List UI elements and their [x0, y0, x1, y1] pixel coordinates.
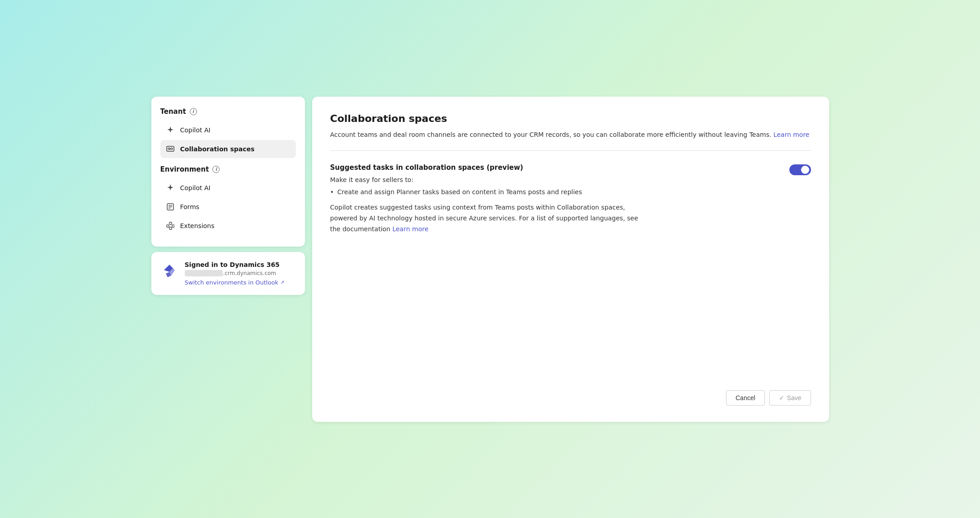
save-button[interactable]: ✓ Save	[769, 390, 811, 406]
signin-info: Signed in to Dynamics 365 ████.crm.dynam…	[185, 261, 296, 286]
tenant-info-icon[interactable]: i	[190, 108, 197, 115]
svg-rect-11	[172, 225, 174, 227]
divider	[330, 150, 811, 151]
nav-card: Tenant i Copilot AI	[151, 97, 305, 247]
feature-content: Suggested tasks in collaboration spaces …	[330, 163, 647, 235]
toggle-thumb	[801, 166, 809, 174]
collaboration-icon	[166, 145, 175, 154]
feature-description-text: Copilot creates suggested tasks using co…	[330, 204, 638, 233]
page-title: Collaboration spaces	[330, 113, 811, 124]
copilot-ai-env-label: Copilot AI	[180, 184, 211, 191]
save-button-label: Save	[787, 394, 802, 401]
svg-rect-8	[167, 225, 169, 227]
environment-info-icon[interactable]: i	[212, 166, 220, 173]
feature-section: Suggested tasks in collaboration spaces …	[330, 163, 811, 235]
copilot-ai-tenant-label: Copilot AI	[180, 126, 211, 134]
toggle-container	[789, 164, 811, 175]
svg-rect-10	[169, 227, 172, 229]
page-description-text: Account teams and deal room channels are…	[330, 131, 772, 138]
forms-label: Forms	[180, 203, 200, 210]
svg-rect-9	[169, 222, 172, 224]
switch-environments-link[interactable]: Switch environments in Outlook ↗	[185, 279, 296, 286]
switch-link-text: Switch environments in Outlook	[185, 279, 278, 286]
forms-icon	[166, 202, 175, 211]
sidebar-item-collaboration-spaces[interactable]: Collaboration spaces	[160, 140, 296, 158]
page-description: Account teams and deal room channels are…	[330, 130, 811, 140]
external-link-icon: ↗	[280, 280, 284, 285]
extensions-label: Extensions	[180, 222, 215, 229]
sidebar-item-extensions[interactable]: Extensions	[160, 217, 296, 235]
environment-label: Environment	[160, 165, 209, 173]
dynamics-logo-icon	[160, 261, 178, 279]
signin-title: Signed in to Dynamics 365	[185, 261, 296, 268]
learn-more-link-feature[interactable]: Learn more	[392, 225, 428, 233]
signin-card: Signed in to Dynamics 365 ████.crm.dynam…	[151, 252, 305, 295]
footer-actions: Cancel ✓ Save	[726, 390, 811, 406]
feature-description: Copilot creates suggested tasks using co…	[330, 202, 647, 234]
main-content: Collaboration spaces Account teams and d…	[312, 97, 829, 422]
feature-title: Suggested tasks in collaboration spaces …	[330, 163, 647, 172]
tenant-label: Tenant	[160, 107, 186, 116]
environment-section-header: Environment i	[160, 165, 296, 173]
tenant-section-header: Tenant i	[160, 107, 296, 116]
signin-url: ████.crm.dynamics.com	[185, 270, 296, 276]
extensions-icon	[166, 221, 175, 230]
sparkle-icon	[166, 126, 175, 135]
collaboration-spaces-label: Collaboration spaces	[180, 145, 255, 153]
svg-point-2	[171, 148, 173, 149]
feature-subtitle: Make it easy for sellers to:	[330, 176, 647, 183]
suggested-tasks-toggle[interactable]	[789, 164, 811, 175]
feature-list: Create and assign Planner tasks based on…	[330, 187, 647, 197]
sidebar-item-copilot-ai-env[interactable]: Copilot AI	[160, 179, 296, 197]
feature-list-item: Create and assign Planner tasks based on…	[330, 187, 647, 197]
check-icon: ✓	[779, 394, 784, 401]
toggle-track	[789, 164, 811, 175]
learn-more-link-header[interactable]: Learn more	[774, 131, 810, 138]
cancel-button[interactable]: Cancel	[726, 390, 765, 406]
svg-point-1	[168, 148, 170, 149]
sidebar-item-copilot-ai-tenant[interactable]: Copilot AI	[160, 121, 296, 139]
sidebar-item-forms[interactable]: Forms	[160, 198, 296, 216]
sparkle-icon-env	[166, 183, 175, 192]
